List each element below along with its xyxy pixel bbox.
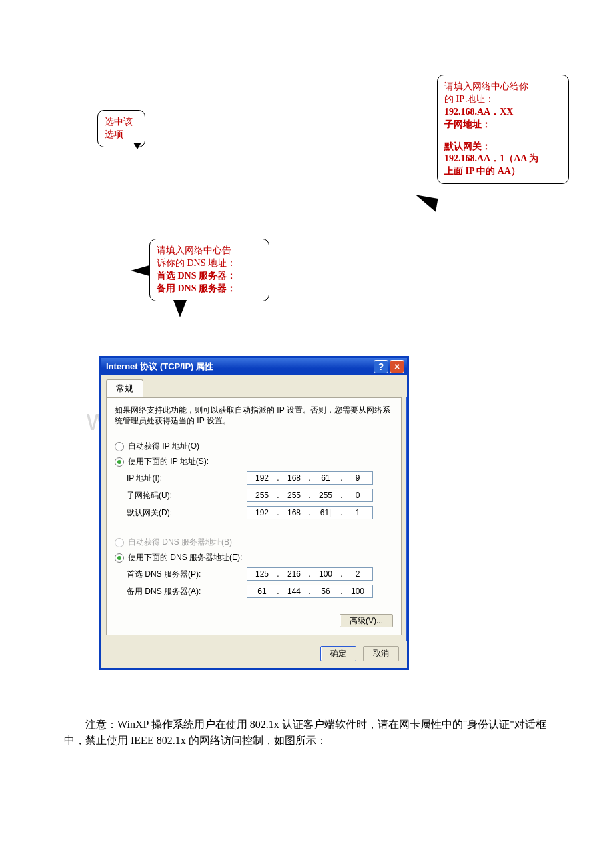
field-mask: 子网掩码(U): 255. 255. 255. 0 (127, 489, 393, 502)
tcpip-properties-dialog: Internet 协议 (TCP/IP) 属性 ? × 常规 如果网络支持此功能… (99, 356, 409, 670)
label: 子网掩码(U): (127, 490, 247, 501)
radio-icon (115, 538, 124, 547)
tab-strip: 常规 (101, 375, 407, 397)
radio-auto-ip[interactable]: 自动获得 IP 地址(O) (115, 441, 393, 452)
dialog-title: Internet 协议 (TCP/IP) 属性 (106, 361, 213, 373)
advanced-row: 高级(V)... (115, 615, 393, 627)
advanced-button[interactable]: 高级(V)... (340, 614, 393, 627)
ok-button[interactable]: 确定 (320, 646, 356, 661)
help-icon: ? (378, 362, 384, 371)
text: 192.168.AA．XX (444, 106, 562, 119)
text: 默认网关： (444, 141, 562, 153)
gateway-input[interactable]: 192. 168. 61|. 1 (247, 506, 373, 519)
help-button[interactable]: ? (374, 360, 388, 373)
radio-auto-dns: 自动获得 DNS 服务器地址(B) (115, 537, 393, 548)
text: 子网地址： (444, 119, 562, 131)
spacer (444, 131, 562, 141)
callout-tail (414, 195, 438, 212)
note-paragraph: 注意：WinXP 操作系统用户在使用 802.1x 认证客户端软件时，请在网卡属… (64, 717, 557, 749)
tab-general[interactable]: 常规 (106, 379, 143, 397)
radio-use-ip[interactable]: 使用下面的 IP 地址(S): (115, 456, 393, 467)
tab-body: 如果网络支持此功能，则可以获取自动指派的 IP 设置。否则，您需要从网络系统管理… (106, 397, 402, 635)
text: 请填入网络中心给你 (444, 81, 562, 93)
text: 192.168.AA．1（AA 为 (444, 153, 562, 165)
text: 选中该 (105, 116, 138, 129)
field-dns1: 首选 DNS 服务器(P): 125. 216. 100. 2 (127, 567, 393, 581)
callout-ip-info: 请填入网络中心给你 的 IP 地址： 192.168.AA．XX 子网地址： 默… (437, 75, 569, 184)
radio-label: 自动获得 DNS 服务器地址(B) (128, 537, 232, 548)
radio-label: 自动获得 IP 地址(O) (128, 441, 199, 452)
text: 首选 DNS 服务器： (157, 270, 262, 283)
close-button[interactable]: × (390, 360, 404, 373)
radio-label: 使用下面的 DNS 服务器地址(E): (128, 552, 242, 563)
text: 上面 IP 中的 AA） (444, 165, 562, 178)
text: 诉你的 DNS 地址： (157, 257, 262, 270)
label: IP 地址(I): (127, 473, 247, 484)
callout-dns-info: 请填入网络中心告 诉你的 DNS 地址： 首选 DNS 服务器： 备用 DNS … (149, 239, 269, 301)
titlebar[interactable]: Internet 协议 (TCP/IP) 属性 ? × (101, 358, 407, 375)
field-gateway: 默认网关(D): 192. 168. 61|. 1 (127, 506, 393, 519)
radio-icon (115, 442, 124, 451)
callout-tail (131, 265, 149, 276)
text: 选项 (105, 129, 138, 141)
dns1-input[interactable]: 125. 216. 100. 2 (247, 567, 373, 581)
radio-label: 使用下面的 IP 地址(S): (128, 456, 209, 467)
close-icon: × (394, 362, 400, 371)
text: 请填入网络中心告 (157, 245, 262, 257)
field-dns2: 备用 DNS 服务器(A): 61. 144. 56. 100 (127, 585, 393, 598)
dns2-input[interactable]: 61. 144. 56. 100 (247, 585, 373, 598)
dialog-buttons: 确定 取消 (101, 641, 407, 668)
radio-use-dns[interactable]: 使用下面的 DNS 服务器地址(E): (115, 552, 393, 563)
cancel-button[interactable]: 取消 (363, 646, 399, 661)
ip-input[interactable]: 192. 168. 61. 9 (247, 471, 373, 485)
mask-input[interactable]: 255. 255. 255. 0 (247, 489, 373, 502)
label: 默认网关(D): (127, 507, 247, 519)
callout-tail (133, 143, 141, 149)
text: 的 IP 地址： (444, 93, 562, 106)
callout-select-option: 选中该 选项 (97, 110, 145, 147)
callout-tail (173, 300, 187, 317)
description-text: 如果网络支持此功能，则可以获取自动指派的 IP 设置。否则，您需要从网络系统管理… (115, 405, 393, 426)
text: 备用 DNS 服务器： (157, 283, 262, 295)
label: 首选 DNS 服务器(P): (127, 569, 247, 580)
radio-icon (115, 553, 124, 563)
label: 备用 DNS 服务器(A): (127, 586, 247, 597)
field-ip: IP 地址(I): 192. 168. 61. 9 (127, 471, 393, 485)
radio-icon (115, 457, 124, 467)
